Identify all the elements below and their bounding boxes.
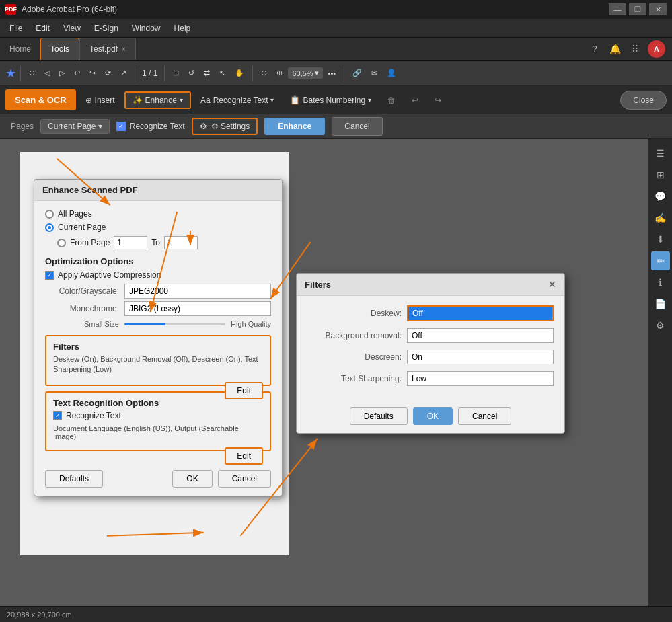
enhance-action-button[interactable]: Enhance <box>264 118 325 135</box>
recognize-dropdown-arrow: ▾ <box>270 96 274 104</box>
nav-first-button[interactable]: ↩ <box>70 66 84 80</box>
filters-ok-button[interactable]: OK <box>413 407 453 425</box>
menu-esign[interactable]: E-Sign <box>87 21 125 36</box>
profile-button[interactable]: 👤 <box>383 66 400 80</box>
tab-home[interactable]: Home <box>0 38 40 60</box>
current-page-radio[interactable]: Current Page <box>45 223 271 232</box>
text-sharpening-select[interactable]: Low Off High <box>407 371 554 386</box>
bookmark-icon[interactable]: ★ <box>5 66 16 81</box>
quality-slider[interactable] <box>124 323 225 325</box>
zoom-out-button[interactable]: ⊖ <box>25 66 39 80</box>
menu-view[interactable]: View <box>57 21 87 36</box>
color-grayscale-select[interactable]: JPEG2000 <box>124 284 271 299</box>
sidebar-icon-pages[interactable]: 📄 <box>651 295 670 313</box>
tab-tools[interactable]: Tools <box>40 38 79 60</box>
more-tools[interactable]: ••• <box>324 67 340 80</box>
current-page-arrow: ▾ <box>98 122 102 131</box>
apply-adaptive-check[interactable]: ✓ <box>45 271 54 280</box>
filters-section: Filters Deskew (On), Background Removal … <box>45 335 271 386</box>
text-sharpening-label: Text Sharpening: <box>307 374 402 383</box>
menu-bar: File Edit View E-Sign Window Help <box>0 19 672 38</box>
rotate-button[interactable]: ↺ <box>184 66 198 80</box>
apply-adaptive-row[interactable]: ✓ Apply Adaptive Compression <box>45 270 271 280</box>
to-page-input[interactable] <box>164 236 198 249</box>
bates-dropdown-arrow: ▾ <box>368 96 371 104</box>
from-page-input[interactable] <box>114 236 147 249</box>
monochrome-select[interactable]: JBIG2 (Lossy) <box>124 301 271 316</box>
tab-file-close[interactable]: × <box>122 46 126 53</box>
insert-button[interactable]: ⊕ Insert <box>79 93 122 108</box>
sidebar-icon-comments[interactable]: 💬 <box>651 187 670 206</box>
zoom-level[interactable]: 60,5% ▾ <box>288 67 322 79</box>
toolbar-sep-4 <box>252 65 253 81</box>
cancel-action-button[interactable]: Cancel <box>332 117 382 136</box>
close-main-button[interactable]: Close <box>620 91 667 110</box>
text-recog-edit-button[interactable]: Edit <box>225 447 263 465</box>
text-recognition-section: Text Recognition Options ✓ Recognize Tex… <box>45 391 271 451</box>
settings-button[interactable]: ⚙ ⚙ Settings <box>192 118 258 135</box>
toolbar-sep-1 <box>20 65 21 81</box>
apps-icon[interactable]: ⠿ <box>628 42 642 56</box>
page-nav-button[interactable]: ⇄ <box>200 66 214 80</box>
sidebar-icon-edit[interactable]: ✏ <box>651 251 670 270</box>
enhance-defaults-button[interactable]: Defaults <box>45 470 103 488</box>
enhance-button[interactable]: ✨ Enhance ▾ <box>124 91 191 109</box>
notification-icon[interactable]: 🔔 <box>607 42 622 56</box>
sidebar-icon-export[interactable]: ⬇ <box>651 230 670 249</box>
recognize-text-check[interactable]: ✓ <box>53 411 62 420</box>
all-pages-circle[interactable] <box>45 210 54 219</box>
tab-file[interactable]: Test.pdf × <box>79 38 136 60</box>
recognize-text-check[interactable]: ✓ Recognize Text <box>116 122 185 131</box>
deskew-select[interactable]: Off On <box>407 305 554 321</box>
restore-button[interactable]: ❐ <box>629 3 646 15</box>
minimize-button[interactable]: — <box>609 3 626 15</box>
fit-page-button[interactable]: ⊡ <box>169 66 183 80</box>
help-icon[interactable]: ? <box>587 42 602 56</box>
current-page-circle[interactable] <box>45 223 54 232</box>
select-tool[interactable]: ↖ <box>215 66 229 80</box>
bg-removal-select[interactable]: Off On <box>407 328 554 343</box>
menu-edit[interactable]: Edit <box>29 21 57 36</box>
recognize-checkbox[interactable]: ✓ <box>116 122 126 131</box>
menu-file[interactable]: File <box>3 21 29 36</box>
toolbar-redo-button[interactable]: ↪ <box>428 93 448 108</box>
window-close-button[interactable]: ✕ <box>649 3 667 15</box>
nav-next-button[interactable]: ⟳ <box>101 66 115 80</box>
toolbar-redact-button[interactable]: 🗑 <box>381 93 402 108</box>
bates-numbering-button[interactable]: 📋 Bates Numbering ▾ <box>283 93 378 108</box>
zoom-minus[interactable]: ⊖ <box>257 66 271 80</box>
hand-tool[interactable]: ✋ <box>231 66 248 80</box>
toolbar-sep-5 <box>344 65 344 81</box>
filters-dialog-title: Filters ✕ <box>297 274 564 296</box>
small-size-label: Small Size <box>45 320 119 328</box>
sidebar-icon-info[interactable]: ℹ <box>651 273 670 292</box>
filters-close-button[interactable]: ✕ <box>548 279 556 290</box>
all-pages-radio[interactable]: All Pages <box>45 209 271 219</box>
descreen-select[interactable]: On Off <box>407 350 554 364</box>
sidebar-icon-thumbnails[interactable]: ☰ <box>651 144 670 163</box>
recognize-text-row[interactable]: ✓ Recognize Text <box>53 411 263 420</box>
enhance-cancel-button[interactable]: Cancel <box>218 470 271 488</box>
from-page-circle[interactable] <box>57 239 66 247</box>
nav-forward-button[interactable]: ▷ <box>55 66 69 80</box>
nav-prev-button[interactable]: ↪ <box>85 66 100 80</box>
share-button[interactable]: 🔗 <box>348 66 366 80</box>
sidebar-icon-settings[interactable]: ⚙ <box>651 316 670 335</box>
menu-help[interactable]: Help <box>167 21 198 36</box>
zoom-plus[interactable]: ⊕ <box>272 66 287 80</box>
toolbar-undo-button[interactable]: ↩ <box>405 93 425 108</box>
current-page-dropdown[interactable]: Current Page ▾ <box>40 119 110 134</box>
sidebar-icon-signatures[interactable]: ✍ <box>651 208 670 227</box>
filters-edit-button[interactable]: Edit <box>225 382 263 399</box>
menu-window[interactable]: Window <box>125 21 167 36</box>
filters-defaults-button[interactable]: Defaults <box>350 407 408 425</box>
recognize-text-button[interactable]: Aa Recognize Text ▾ <box>194 93 281 108</box>
sidebar-icon-bookmarks[interactable]: ⊞ <box>651 165 670 184</box>
scan-ocr-button[interactable]: Scan & OCR <box>5 89 76 110</box>
avatar[interactable]: A <box>648 40 665 58</box>
filters-cancel-button[interactable]: Cancel <box>458 407 511 425</box>
nav-back-button[interactable]: ◁ <box>40 66 54 80</box>
enhance-ok-button[interactable]: OK <box>172 470 212 488</box>
email-button[interactable]: ✉ <box>367 66 381 80</box>
nav-last-button[interactable]: ↗ <box>116 66 130 80</box>
